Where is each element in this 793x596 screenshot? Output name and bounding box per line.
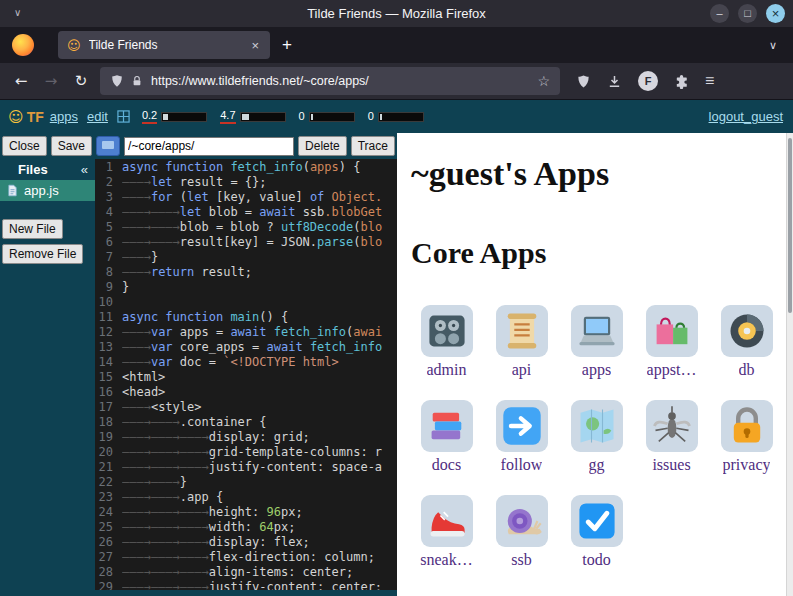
meter: 0 [299,110,355,123]
hamburger-menu-icon[interactable]: ≡ [705,72,714,90]
code-line[interactable]: 4———→———→let blob = await ssb.blobGet [95,205,397,220]
bookmark-star-icon[interactable]: ☆ [537,73,550,89]
code-line[interactable]: 18———→———→.container { [95,415,397,430]
path-input[interactable] [124,137,294,156]
code-line[interactable]: 21———→———→———→justify-content: space-a [95,460,397,475]
protections-shield-icon[interactable] [576,74,591,89]
code-line[interactable]: 22———→———→} [95,475,397,490]
section-title: Core Apps [411,236,786,270]
browser-tab[interactable]: ☺ Tilde Friends × [58,31,270,59]
app-label: gg [589,456,605,474]
forward-button[interactable]: → [36,72,66,90]
db-app-icon [721,305,773,357]
code-line[interactable]: 7———→} [95,250,397,265]
page-scrollbar[interactable] [786,133,793,596]
code-line[interactable]: 14———→var doc = `<!DOCTYPE html> [95,355,397,370]
code-line[interactable]: 28———→———→———→align-items: center; [95,565,397,580]
code-line[interactable]: 11async function main() { [95,310,397,325]
editor-toolbar: Close Save Delete Trace [0,133,397,159]
line-number: 15 [95,370,122,385]
window-close-button[interactable]: × [766,4,785,23]
app-label: follow [501,456,543,474]
app-item-appstore[interactable]: appst… [638,294,706,389]
code-line[interactable]: 3———→for (let [key, value] of Object. [95,190,397,205]
remove-file-button[interactable]: Remove File [2,244,83,264]
code-line[interactable]: 6———→———→result[key] = JSON.parse(blo [95,235,397,250]
code-line[interactable]: 25———→———→———→width: 64px; [95,520,397,535]
save-floppy-icon-button[interactable] [96,136,120,156]
grid-icon[interactable] [117,110,130,123]
app-item-admin[interactable]: admin [413,294,481,389]
code-line[interactable]: 13———→var core_apps = await fetch_info [95,340,397,355]
app-item-sneaker[interactable]: sneak… [413,484,481,579]
back-button[interactable]: ← [6,72,36,90]
line-number: 5 [95,220,122,235]
code-editor[interactable]: 1async function fetch_info(apps) {2———→l… [95,159,397,590]
apps-link[interactable]: apps [50,109,78,124]
logout-link[interactable]: logout_guest [709,109,783,124]
app-item-gg[interactable]: gg [563,389,631,484]
tab-favicon-smiley-icon: ☺ [67,38,81,53]
code-line[interactable]: 10 [95,295,397,310]
app-item-follow[interactable]: follow [488,389,556,484]
new-file-button[interactable]: New File [2,219,63,239]
meter-value: 0 [368,110,374,123]
list-tabs-chevron-icon[interactable]: ∨ [769,39,777,52]
line-number: 28 [95,565,122,580]
app-item-todo[interactable]: todo [563,484,631,579]
code-line[interactable]: 8———→return result; [95,265,397,280]
code-line[interactable]: 27———→———→———→flex-direction: column; [95,550,397,565]
app-label: sneak… [420,551,472,569]
code-line[interactable]: 19———→———→———→display: grid; [95,430,397,445]
code-line[interactable]: 9} [95,280,397,295]
close-button[interactable]: Close [2,136,47,156]
tab-close-icon[interactable]: × [249,38,261,53]
downloads-icon[interactable] [607,74,622,89]
editor-body: Files « app.js New File Remove File 1asy… [0,159,397,596]
code-line[interactable]: 26———→———→———→display: flex; [95,535,397,550]
url-bar[interactable]: https://www.tildefriends.net/~core/apps/… [100,67,560,95]
code-line[interactable]: 24———→———→———→height: 96px; [95,505,397,520]
app-item-issues[interactable]: issues [638,389,706,484]
trace-button[interactable]: Trace [351,136,395,156]
edit-link[interactable]: edit [87,109,108,124]
firefox-logo-icon [12,34,34,56]
file-item[interactable]: app.js [0,180,95,201]
code-line[interactable]: 20———→———→———→grid-template-columns: r [95,445,397,460]
code-line[interactable]: 17———→<style> [95,400,397,415]
minimize-button[interactable]: – [710,4,729,23]
code-line[interactable]: 2———→let result = {}; [95,175,397,190]
app-item-db[interactable]: db [713,294,781,389]
app-item-docs[interactable]: docs [413,389,481,484]
app-item-ssb[interactable]: ssb [488,484,556,579]
extensions-puzzle-icon[interactable] [674,74,689,89]
file-name: app.js [24,183,59,198]
app-page: ~guest's Apps Core Apps adminapiappsapps… [397,133,786,596]
lock-icon[interactable] [131,75,143,87]
maximize-button[interactable]: □ [738,4,757,23]
code-line[interactable]: 15<html> [95,370,397,385]
scrollbar-thumb[interactable] [788,138,792,313]
collapse-panel-icon[interactable]: « [81,162,88,177]
reload-button[interactable]: ↻ [66,72,96,90]
window-menu-chevron-icon[interactable]: ∨ [14,7,21,18]
code-line[interactable]: 12———→var apps = await fetch_info(awai [95,325,397,340]
code-line[interactable]: 23———→———→.app { [95,490,397,505]
account-f-badge[interactable]: F [638,71,658,91]
code-line[interactable]: 16<head> [95,385,397,400]
line-number: 10 [95,295,122,310]
app-item-apps[interactable]: apps [563,294,631,389]
code-line[interactable]: 5———→———→blob = blob ? utf8Decode(blo [95,220,397,235]
tf-brand-link[interactable]: TF [27,109,44,125]
save-button[interactable]: Save [51,136,92,156]
app-item-privacy[interactable]: privacy [713,389,781,484]
tracking-shield-icon[interactable] [110,74,124,88]
code-line[interactable]: 1async function fetch_info(apps) { [95,160,397,175]
delete-button[interactable]: Delete [298,136,347,156]
code-line[interactable]: 29———→———→———→justify-content: center; [95,580,397,590]
new-tab-button[interactable]: + [282,35,292,55]
line-number: 24 [95,505,122,520]
app-label: todo [582,551,610,569]
app-item-api[interactable]: api [488,294,556,389]
window-controls: – □ × [710,4,785,23]
